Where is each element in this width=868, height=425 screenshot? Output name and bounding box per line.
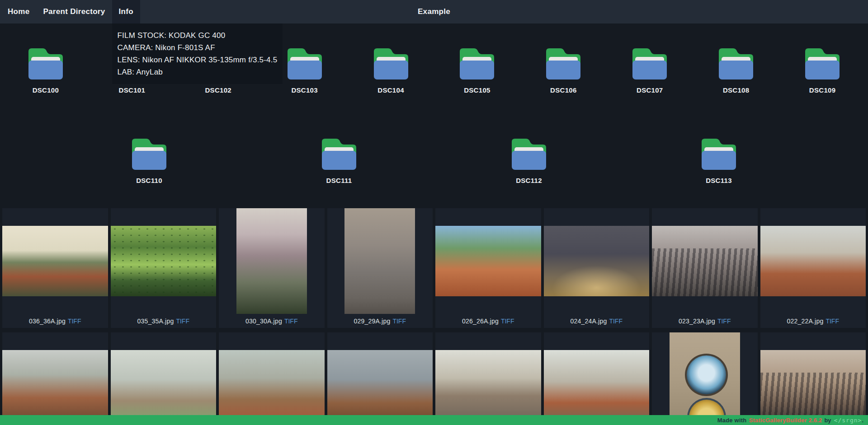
photo-tile	[435, 332, 541, 425]
photo-tile	[544, 332, 650, 425]
photo-tile: 036_36A.jpg TIFF	[2, 208, 108, 328]
nav-list: Home Parent Directory Info FILM STOCK: K…	[0, 0, 140, 23]
tiff-link[interactable]: TIFF	[501, 318, 514, 325]
photo-thumbnail[interactable]	[544, 226, 650, 296]
folder-icon	[285, 44, 325, 80]
photo-filename: 024_24A.jpg	[571, 318, 607, 325]
photo-thumbnail[interactable]	[111, 350, 217, 420]
folder-icon	[699, 135, 739, 171]
folder-label: DSC103	[264, 86, 345, 94]
thumbnail-area	[111, 208, 217, 314]
info-link[interactable]: Info	[112, 0, 140, 23]
photo-thumbnail[interactable]	[760, 350, 866, 420]
builder-link[interactable]: StaticGalleryBuilder 2.6.2	[749, 417, 822, 424]
photo-caption: 035_35A.jpg TIFF	[111, 314, 217, 328]
photo-caption: 024_24A.jpg TIFF	[544, 314, 650, 328]
photo-thumbnail[interactable]	[111, 226, 217, 296]
photo-thumbnail[interactable]	[760, 226, 866, 296]
thumbnail-area	[219, 208, 325, 314]
folder-label: DSC100	[5, 86, 86, 94]
tiff-link[interactable]: TIFF	[609, 318, 623, 325]
photo-thumbnail[interactable]	[544, 350, 650, 420]
photo-tile	[219, 332, 325, 425]
photo-thumbnail[interactable]	[435, 226, 541, 296]
folder-item[interactable]: DSC111	[298, 135, 380, 185]
photo-tile: 030_30A.jpg TIFF	[219, 208, 325, 328]
photo-caption: 022_22A.jpg TIFF	[760, 314, 866, 328]
tiff-link[interactable]: TIFF	[826, 318, 839, 325]
thumbnail-area	[544, 332, 650, 425]
photo-filename: 023_23A.jpg	[679, 318, 715, 325]
photo-tile	[327, 332, 433, 425]
folder-item[interactable]: DSC106	[523, 44, 604, 94]
folder-icon	[509, 135, 549, 171]
nav-item-home: Home	[1, 0, 36, 23]
photo-thumbnail[interactable]	[344, 208, 415, 314]
tiff-link[interactable]: TIFF	[717, 318, 731, 325]
tooltip-film-stock: FILM STOCK: KODAK GC 400	[118, 29, 278, 42]
photo-tile	[111, 332, 217, 425]
parent-directory-link[interactable]: Parent Directory	[36, 0, 112, 23]
photo-tile: 029_29A.jpg TIFF	[327, 208, 433, 328]
folder-item[interactable]: DSC104	[350, 44, 432, 94]
folder-label: DSC109	[782, 86, 863, 94]
folder-label: DSC106	[523, 86, 604, 94]
folder-label: DSC101	[91, 86, 173, 94]
thumbnail-area	[652, 332, 758, 425]
folder-label: DSC113	[678, 176, 760, 185]
folder-icon	[802, 44, 842, 80]
photo-caption: 030_30A.jpg TIFF	[219, 314, 325, 328]
folder-label: DSC105	[436, 86, 518, 94]
folder-item[interactable]: DSC109	[782, 44, 863, 94]
folder-icon	[129, 135, 169, 171]
folder-item[interactable]: DSC110	[108, 135, 190, 185]
folder-icon	[371, 44, 411, 80]
folder-icon	[26, 44, 66, 80]
photo-thumbnail[interactable]	[219, 350, 325, 420]
thumbnail-area	[435, 332, 541, 425]
photo-thumbnail[interactable]	[670, 332, 740, 425]
folder-item[interactable]: DSC112	[488, 135, 570, 185]
photo-filename: 036_36A.jpg	[29, 318, 66, 325]
folder-item[interactable]: DSC107	[609, 44, 690, 94]
folder-label: DSC104	[350, 86, 432, 94]
info-tooltip: FILM STOCK: KODAK GC 400 CAMERA: Nikon F…	[112, 23, 283, 84]
thumbnail-area	[435, 208, 541, 314]
photo-thumbnail[interactable]	[236, 208, 307, 314]
folder-label: DSC102	[178, 86, 259, 94]
home-link[interactable]: Home	[1, 0, 36, 23]
photo-thumbnail[interactable]	[2, 350, 108, 420]
builder-logo: </srgn>	[834, 417, 862, 424]
folder-label: DSC111	[298, 176, 380, 185]
photo-caption: 026_26A.jpg TIFF	[435, 314, 541, 328]
tiff-link[interactable]: TIFF	[284, 318, 298, 325]
folder-item[interactable]: DSC100	[5, 44, 86, 94]
tiff-link[interactable]: TIFF	[392, 318, 406, 325]
tiff-link[interactable]: TIFF	[68, 318, 81, 325]
photo-thumbnail[interactable]	[327, 350, 433, 420]
photo-filename: 026_26A.jpg	[462, 318, 499, 325]
photo-caption: 023_23A.jpg TIFF	[652, 314, 758, 328]
folder-item[interactable]: DSC108	[695, 44, 777, 94]
footer-period: .	[862, 417, 863, 424]
thumbnail-area	[327, 332, 433, 425]
photo-thumbnail[interactable]	[2, 226, 108, 296]
photo-tile: 026_26A.jpg TIFF	[435, 208, 541, 328]
tooltip-camera: CAMERA: Nikon F-801S AF	[118, 42, 278, 54]
thumbnail-area	[219, 332, 325, 425]
photo-tile: 023_23A.jpg TIFF	[652, 208, 758, 328]
thumbnail-area	[760, 208, 866, 314]
photo-thumbnail[interactable]	[435, 350, 541, 420]
tooltip-lab: LAB: AnyLab	[118, 66, 278, 78]
photo-grid: 036_36A.jpg TIFF 035_35A.jpg TIFF 030_30…	[0, 208, 868, 425]
tiff-link[interactable]: TIFF	[176, 318, 189, 325]
folder-icon	[543, 44, 583, 80]
folder-item[interactable]: DSC105	[436, 44, 518, 94]
thumbnail-area	[2, 208, 108, 314]
thumbnail-area	[111, 332, 217, 425]
tooltip-lens: LENS: Nikon AF NIKKOR 35-135mm f/3.5-4.5	[118, 54, 278, 66]
folder-icon	[630, 44, 670, 80]
photo-thumbnail[interactable]	[652, 226, 758, 296]
folder-label: DSC108	[695, 86, 777, 94]
folder-item[interactable]: DSC113	[678, 135, 760, 185]
